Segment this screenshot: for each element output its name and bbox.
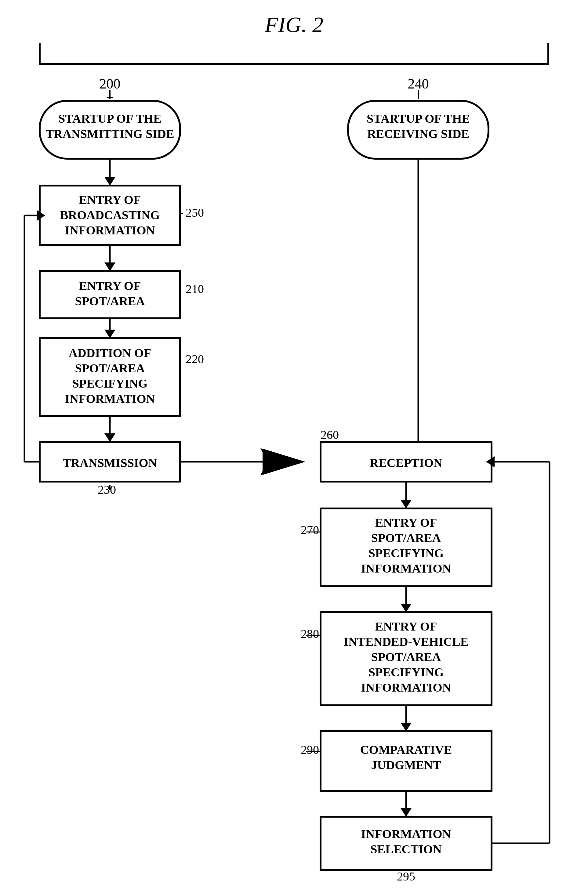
svg-rect-46 bbox=[320, 508, 492, 586]
label-220: 220 bbox=[186, 352, 204, 366]
svg-rect-69 bbox=[320, 817, 492, 870]
svg-text:SPOT/AREA: SPOT/AREA bbox=[371, 531, 441, 545]
svg-text:SPOT/AREA: SPOT/AREA bbox=[75, 361, 145, 375]
svg-marker-68 bbox=[400, 808, 412, 817]
svg-text:TRANSMISSION: TRANSMISSION bbox=[63, 456, 157, 470]
svg-text:COMPARATIVE: COMPARATIVE bbox=[360, 743, 452, 756]
svg-marker-18 bbox=[104, 329, 116, 338]
svg-marker-62 bbox=[400, 723, 412, 731]
figure-title: FIG. 2 bbox=[265, 12, 323, 38]
svg-text:INFORMATION: INFORMATION bbox=[65, 223, 155, 237]
svg-text:JUDGMENT: JUDGMENT bbox=[371, 758, 441, 772]
svg-text:ENTRY OF: ENTRY OF bbox=[79, 193, 141, 207]
svg-rect-2 bbox=[40, 101, 180, 159]
svg-text:INTENDED-VEHICLE: INTENDED-VEHICLE bbox=[344, 635, 469, 648]
svg-marker-45 bbox=[400, 500, 412, 508]
svg-text:ENTRY OF: ENTRY OF bbox=[375, 516, 437, 529]
svg-marker-13 bbox=[104, 263, 116, 271]
label-270: 270 bbox=[301, 523, 319, 537]
svg-rect-14 bbox=[40, 271, 180, 318]
svg-text:RECEIVING SIDE: RECEIVING SIDE bbox=[367, 127, 469, 141]
svg-text:SPOT/AREA: SPOT/AREA bbox=[371, 650, 441, 664]
label-230: 230 bbox=[98, 483, 116, 496]
label-200: 200 bbox=[99, 76, 120, 92]
svg-text:INFORMATION: INFORMATION bbox=[361, 681, 451, 694]
svg-text:ADDITION OF: ADDITION OF bbox=[69, 346, 151, 360]
label-240: 240 bbox=[408, 76, 429, 92]
svg-marker-32 bbox=[37, 210, 45, 221]
svg-marker-76 bbox=[486, 456, 495, 467]
svg-marker-6 bbox=[104, 177, 116, 186]
svg-text:RECEPTION: RECEPTION bbox=[370, 456, 442, 470]
svg-text:SPECIFYING: SPECIFYING bbox=[368, 546, 444, 560]
svg-rect-19 bbox=[40, 338, 180, 416]
svg-text:SPECIFYING: SPECIFYING bbox=[72, 377, 148, 390]
svg-text:INFORMATION: INFORMATION bbox=[65, 392, 155, 406]
svg-text:INFORMATION: INFORMATION bbox=[361, 827, 451, 841]
label-210: 210 bbox=[186, 282, 204, 296]
svg-marker-41 bbox=[413, 449, 424, 457]
svg-text:BROADCASTING: BROADCASTING bbox=[60, 208, 160, 222]
svg-rect-26 bbox=[40, 442, 180, 482]
label-260: 260 bbox=[320, 428, 339, 442]
svg-text:STARTUP OF THE: STARTUP OF THE bbox=[367, 112, 470, 125]
svg-text:INFORMATION: INFORMATION bbox=[361, 562, 451, 575]
svg-text:ENTRY OF: ENTRY OF bbox=[375, 619, 437, 633]
svg-text:SPECIFYING: SPECIFYING bbox=[368, 665, 444, 679]
svg-text:ENTRY OF: ENTRY OF bbox=[79, 279, 141, 293]
label-295: 295 bbox=[397, 869, 415, 882]
svg-marker-35 bbox=[263, 449, 305, 475]
svg-rect-42 bbox=[320, 442, 492, 482]
label-280: 280 bbox=[301, 627, 319, 640]
page: FIG. 2 200 STARTUP OF THE TRANSMITTING S… bbox=[0, 0, 588, 893]
label-290: 290 bbox=[301, 743, 319, 756]
svg-marker-53 bbox=[400, 604, 412, 612]
svg-marker-25 bbox=[104, 433, 116, 442]
label-250: 250 bbox=[186, 206, 204, 219]
svg-rect-54 bbox=[320, 612, 492, 705]
flowchart-svg: 200 STARTUP OF THE TRANSMITTING SIDE ENT… bbox=[0, 40, 588, 882]
svg-rect-63 bbox=[320, 731, 492, 791]
svg-text:STARTUP OF THE: STARTUP OF THE bbox=[58, 112, 161, 125]
svg-text:TRANSMITTING SIDE: TRANSMITTING SIDE bbox=[45, 127, 174, 141]
svg-rect-37 bbox=[348, 101, 489, 159]
svg-rect-7 bbox=[40, 186, 180, 245]
svg-text:SPOT/AREA: SPOT/AREA bbox=[75, 294, 145, 308]
svg-text:SELECTION: SELECTION bbox=[370, 842, 442, 856]
svg-marker-34 bbox=[262, 450, 292, 474]
